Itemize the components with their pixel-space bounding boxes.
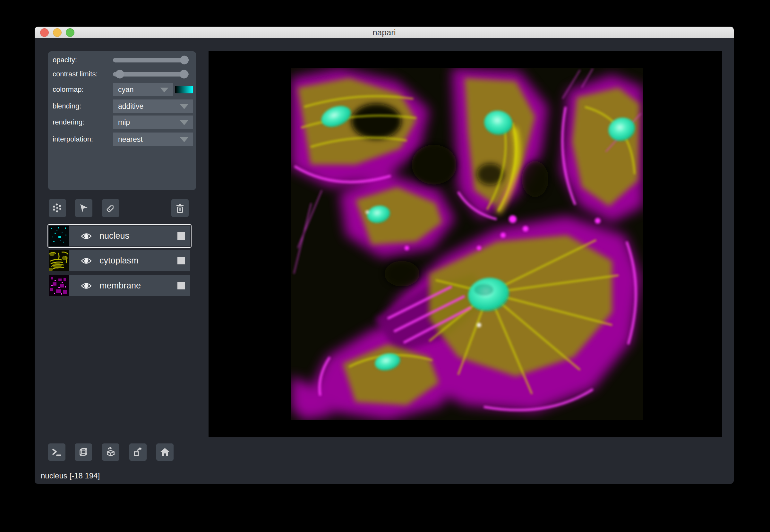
- interpolation-label: interpolation:: [53, 135, 93, 143]
- window-title: napari: [35, 27, 734, 38]
- colormap-row: colormap: cyan: [48, 83, 196, 96]
- colormap-label: colormap:: [53, 85, 84, 94]
- chevron-down-icon: [160, 88, 168, 92]
- layer-name: membrane: [99, 281, 177, 291]
- home-icon: [159, 447, 170, 457]
- new-shapes-button[interactable]: [75, 199, 92, 217]
- colormap-swatch: [175, 86, 193, 93]
- visibility-eye-icon[interactable]: [81, 232, 92, 240]
- layer-controls-panel: opacity: contrast limits: colormap: cyan: [48, 51, 196, 190]
- interpolation-value: nearest: [118, 135, 143, 144]
- shapes-icon: [78, 203, 89, 214]
- rendering-value: mip: [118, 118, 130, 127]
- colormap-value: cyan: [118, 85, 134, 94]
- titlebar[interactable]: napari: [35, 27, 734, 38]
- contrast-limits-track[interactable]: [113, 72, 189, 76]
- cube-icon: [78, 447, 89, 458]
- layer-thumbnail: [49, 250, 69, 271]
- new-points-button[interactable]: [49, 199, 66, 217]
- screen-background: napari opacity: contrast limits:: [0, 0, 770, 532]
- layer-thumbnail: [49, 275, 69, 296]
- microscopy-image: [291, 68, 643, 420]
- delete-layer-button[interactable]: [171, 199, 189, 217]
- blending-dropdown[interactable]: additive: [113, 99, 193, 113]
- opacity-slider-track[interactable]: [113, 58, 189, 62]
- chevron-down-icon: [180, 120, 188, 125]
- opacity-slider-handle[interactable]: [180, 56, 189, 64]
- rendering-label: rendering:: [53, 118, 84, 126]
- blending-row: blending: additive: [48, 99, 196, 113]
- status-bar: nucleus [-18 194]: [41, 471, 100, 480]
- layer-row-membrane[interactable]: membrane: [49, 275, 190, 296]
- visibility-eye-icon[interactable]: [81, 257, 92, 265]
- console-button[interactable]: [48, 443, 65, 461]
- home-button[interactable]: [156, 443, 174, 461]
- blending-label: blending:: [53, 102, 81, 110]
- layer-name: nucleus: [99, 231, 177, 241]
- rendering-row: rendering: mip: [48, 116, 196, 129]
- layer-color-square: [177, 257, 185, 264]
- points-icon: [52, 203, 63, 214]
- interpolation-dropdown[interactable]: nearest: [113, 133, 193, 146]
- opacity-row: opacity:: [48, 54, 196, 66]
- layer-row-nucleus[interactable]: nucleus: [49, 226, 190, 246]
- layer-name: cytoplasm: [99, 256, 177, 266]
- rendering-dropdown[interactable]: mip: [113, 116, 193, 129]
- new-labels-button[interactable]: [102, 199, 119, 217]
- roll-dimensions-button[interactable]: [102, 443, 119, 461]
- contrast-limits-low-handle[interactable]: [115, 70, 124, 79]
- layer-thumbnail: [49, 226, 69, 246]
- layer-row-cytoplasm[interactable]: cytoplasm: [49, 250, 190, 271]
- viewer-canvas[interactable]: [209, 51, 722, 437]
- colormap-dropdown[interactable]: cyan: [113, 83, 173, 96]
- visibility-eye-icon[interactable]: [81, 282, 92, 290]
- layer-color-square: [177, 232, 185, 240]
- opacity-slider[interactable]: [113, 56, 189, 64]
- contrast-limits-slider[interactable]: [113, 70, 189, 79]
- roll-cube-icon: [105, 446, 116, 458]
- chevron-down-icon: [180, 104, 188, 109]
- labels-icon: [105, 203, 116, 214]
- ndisplay-toggle-button[interactable]: [75, 443, 92, 461]
- console-icon: [51, 447, 62, 457]
- transpose-arrow-icon: [133, 447, 143, 458]
- blending-value: additive: [118, 102, 143, 111]
- chevron-down-icon: [180, 137, 188, 142]
- layer-color-square: [177, 282, 185, 289]
- contrast-limits-row: contrast limits:: [48, 68, 196, 80]
- napari-window: napari opacity: contrast limits:: [35, 27, 734, 484]
- transpose-dimensions-button[interactable]: [129, 443, 147, 461]
- trash-icon: [175, 203, 185, 214]
- contrast-limits-high-handle[interactable]: [180, 70, 188, 79]
- contrast-limits-label: contrast limits:: [53, 70, 98, 78]
- opacity-label: opacity:: [53, 56, 77, 64]
- interpolation-row: interpolation: nearest: [48, 133, 196, 146]
